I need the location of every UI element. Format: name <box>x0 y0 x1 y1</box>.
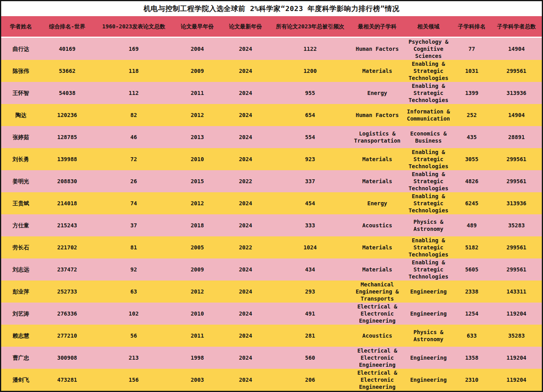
cell-citations-2023: 1200 <box>270 60 350 82</box>
cell-subfield-rank: 2310 <box>452 369 491 391</box>
cell-first-year: 2010 <box>174 303 221 325</box>
table-row: 彭业萍 252733 63 2012 2024 293 Mechanical E… <box>1 281 542 303</box>
cell-papers-total: 213 <box>94 347 174 369</box>
column-header-subfield-scholars: 子学科学者总数 <box>491 16 542 37</box>
cell-papers-total: 81 <box>94 236 174 258</box>
cell-world-rank: 221702 <box>41 236 94 258</box>
cell-papers-total: 56 <box>94 325 174 347</box>
cell-world-rank: 300908 <box>41 347 94 369</box>
cell-world-rank: 252733 <box>41 281 94 303</box>
cell-papers-total: 37 <box>94 214 174 236</box>
cell-papers-total: 118 <box>94 60 174 82</box>
cell-world-rank: 40169 <box>41 38 94 60</box>
cell-world-rank: 128785 <box>41 126 94 148</box>
cell-citations-2023: 281 <box>270 325 350 347</box>
column-header-name: 学者姓名 <box>1 16 41 37</box>
column-header-world-rank: 综合排名-世界 <box>41 16 94 37</box>
cell-scholar-name: 方仕童 <box>1 214 41 236</box>
cell-field: Engineering <box>404 303 452 325</box>
table-row: 曲行达 40169 169 2004 2024 1122 Human Facto… <box>1 38 542 60</box>
table-row: 陶达 120236 82 2012 2024 654 Human Factors… <box>1 104 542 126</box>
cell-citations-2023: 333 <box>270 214 350 236</box>
cell-field: Information & Communication <box>404 104 452 126</box>
cell-subfield-rank: 1399 <box>452 82 491 104</box>
cell-scholar-name: 王贵斌 <box>1 192 41 214</box>
table-row: 刘志远 237472 92 2009 2024 434 Materials En… <box>1 258 542 281</box>
cell-papers-total: 92 <box>94 258 174 281</box>
cell-subfield-rank: 633 <box>452 325 491 347</box>
cell-first-year: 2012 <box>174 104 221 126</box>
cell-subfield-rank: 489 <box>452 214 491 236</box>
cell-subfield-scholars: 299561 <box>491 60 542 82</box>
cell-subfield: Materials <box>350 60 404 82</box>
cell-scholar-name: 赖志慧 <box>1 325 41 347</box>
cell-last-year: 2022 <box>221 236 270 258</box>
cell-field: Economics & Business <box>404 126 452 148</box>
table-row: 张婷茹 128785 46 2013 2024 554 Logistics & … <box>1 126 542 148</box>
cell-scholar-name: 姜明光 <box>1 170 41 192</box>
cell-citations-2023: 293 <box>270 281 350 303</box>
cell-subfield-scholars: 299561 <box>491 148 542 170</box>
cell-subfield: Materials <box>350 148 404 170</box>
cell-subfield-scholars: 313936 <box>491 192 542 214</box>
cell-last-year: 2024 <box>221 281 270 303</box>
cell-field: Engineering <box>404 347 452 369</box>
cell-last-year: 2024 <box>221 126 270 148</box>
cell-first-year: 2015 <box>174 170 221 192</box>
cell-subfield-rank: 5182 <box>452 236 491 258</box>
cell-scholar-name: 王怀智 <box>1 82 41 104</box>
cell-subfield: Electrical & Electronic Engineering <box>350 347 404 369</box>
cell-subfield-rank: 77 <box>452 38 491 60</box>
page-title: 机电与控制工程学院入选全球前 2%科学家“2023 年度科学影响力排行榜”情况 <box>1 1 542 16</box>
column-header-citations-2023: 所有论文2023年总被引频次 <box>270 16 350 37</box>
table-row: 姜明光 208830 26 2015 2022 337 Materials En… <box>1 170 542 192</box>
cell-first-year: 2013 <box>174 126 221 148</box>
cell-citations-2023: 923 <box>270 148 350 170</box>
cell-subfield-scholars: 143311 <box>491 281 542 303</box>
cell-field: Psychology & Cognitive Sciences <box>404 38 452 60</box>
cell-field: Enabling & Strategic Technologies <box>404 170 452 192</box>
cell-subfield-rank: 3055 <box>452 148 491 170</box>
cell-citations-2023: 955 <box>270 82 350 104</box>
column-header-subfield: 最相关的子学科 <box>350 16 404 37</box>
cell-papers-total: 112 <box>94 82 174 104</box>
cell-citations-2023: 434 <box>270 258 350 281</box>
cell-scholar-name: 潘剑飞 <box>1 369 41 391</box>
cell-world-rank: 277210 <box>41 325 94 347</box>
cell-subfield-rank: 252 <box>452 104 491 126</box>
table-row: 赖志慧 277210 56 2011 2024 281 Acoustics Ph… <box>1 325 542 347</box>
cell-papers-total: 82 <box>94 104 174 126</box>
column-header-field: 相关领域 <box>404 16 452 37</box>
cell-subfield: Materials <box>350 258 404 281</box>
cell-subfield: Energy <box>350 192 404 214</box>
cell-subfield-scholars: 14904 <box>491 104 542 126</box>
cell-last-year: 2022 <box>221 170 270 192</box>
cell-citations-2023: 454 <box>270 192 350 214</box>
table-row: 劳长石 221702 81 2005 2022 1024 Materials E… <box>1 236 542 258</box>
cell-last-year: 2024 <box>221 104 270 126</box>
cell-papers-total: 169 <box>94 38 174 60</box>
cell-subfield-scholars: 14904 <box>491 38 542 60</box>
cell-subfield-scholars: 35283 <box>491 325 542 347</box>
cell-scholar-name: 曹广忠 <box>1 347 41 369</box>
cell-scholar-name: 劳长石 <box>1 236 41 258</box>
cell-citations-2023: 560 <box>270 347 350 369</box>
table-row: 刘艺涛 276336 102 2010 2024 491 Electrical … <box>1 303 542 325</box>
column-header-first-year: 论文最早年份 <box>174 16 221 37</box>
cell-world-rank: 215243 <box>41 214 94 236</box>
cell-subfield-rank: 1358 <box>452 347 491 369</box>
cell-world-rank: 276336 <box>41 303 94 325</box>
cell-first-year: 2012 <box>174 281 221 303</box>
cell-first-year: 2005 <box>174 236 221 258</box>
cell-world-rank: 139988 <box>41 148 94 170</box>
cell-first-year: 2010 <box>174 148 221 170</box>
cell-subfield: Acoustics <box>350 214 404 236</box>
scholars-ranking-table: 机电与控制工程学院入选全球前 2%科学家“2023 年度科学影响力排行榜”情况 … <box>0 0 543 392</box>
cell-scholar-name: 彭业萍 <box>1 281 41 303</box>
cell-first-year: 2012 <box>174 192 221 214</box>
cell-papers-total: 74 <box>94 192 174 214</box>
table-row: 潘剑飞 473281 156 2003 2024 206 Electrical … <box>1 369 542 391</box>
cell-subfield: Human Factors <box>350 38 404 60</box>
cell-scholar-name: 张婷茹 <box>1 126 41 148</box>
table-row: 方仕童 215243 37 2018 2024 333 Acoustics Ph… <box>1 214 542 236</box>
